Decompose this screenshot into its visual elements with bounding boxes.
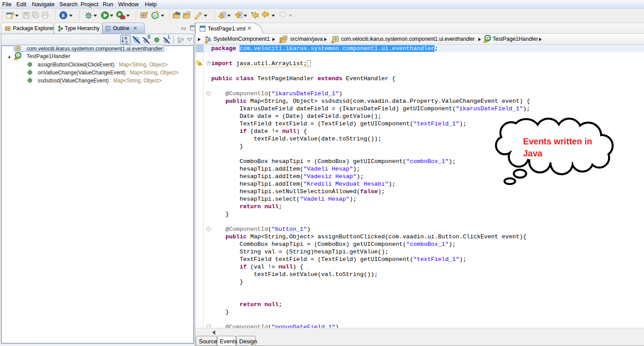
- svg-text:M: M: [206, 36, 208, 39]
- svg-text:C: C: [17, 53, 20, 58]
- svg-text:J: J: [208, 37, 210, 42]
- svg-text:C: C: [154, 13, 157, 18]
- svg-text:8: 8: [62, 12, 65, 19]
- svg-text:C: C: [486, 36, 489, 41]
